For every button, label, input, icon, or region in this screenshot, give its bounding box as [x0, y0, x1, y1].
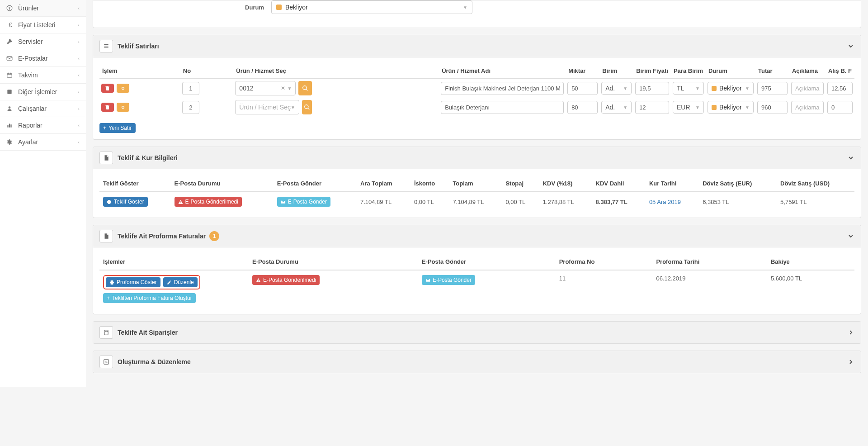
chevron-left-icon: ‹: [78, 89, 80, 95]
proforma-tarihi: 06.12.2019: [652, 270, 767, 308]
product-search-button[interactable]: [302, 100, 312, 114]
product-placeholder: Ürün / Hizmet Seç: [239, 104, 291, 111]
product-name-input[interactable]: [441, 82, 564, 95]
calculator-icon: [99, 326, 113, 339]
sidebar-item-epostalar[interactable]: E-Postalar ‹: [0, 50, 86, 67]
kur-tarihi-link[interactable]: 05 Ara 2019: [649, 199, 681, 205]
email-send-button[interactable]: E-Posta Gönder: [422, 275, 475, 285]
sidebar-item-servisler[interactable]: Servisler ‹: [0, 33, 86, 50]
unit-select[interactable]: Ad. ▼: [601, 101, 632, 114]
highlighted-actions: Proforma Göster Düzenle: [103, 275, 200, 289]
th-islem: İşlem: [99, 64, 180, 78]
status-row: Durum Bekliyor ▼: [99, 0, 854, 14]
unit-price-input[interactable]: [635, 82, 669, 95]
chevron-left-icon: ‹: [78, 123, 80, 128]
panel-header[interactable]: Oluşturma & Düzenleme: [93, 351, 861, 373]
chevron-left-icon: ‹: [78, 22, 80, 28]
chevron-down-icon[interactable]: [847, 43, 854, 50]
svg-point-13: [305, 105, 308, 109]
description-input[interactable]: [791, 82, 824, 95]
sidebar-item-urunler[interactable]: Ürünler ‹: [0, 0, 86, 17]
chevron-right-icon[interactable]: [847, 329, 854, 336]
product-code: 0012: [239, 85, 279, 92]
chevron-right-icon[interactable]: [847, 358, 854, 365]
currency-select[interactable]: EUR ▼: [673, 101, 704, 114]
unit-select[interactable]: Ad. ▼: [601, 82, 632, 95]
panel-header[interactable]: Teklife Ait Siparişler: [93, 322, 861, 343]
panel-siparisler: Teklife Ait Siparişler: [93, 321, 861, 344]
proforma-no: 11: [556, 270, 653, 308]
proforma-table: İşlemler E-Posta Durumu E-Posta Gönder P…: [99, 254, 854, 308]
email-send-button[interactable]: E-Posta Gönder: [277, 197, 330, 207]
row-status-select[interactable]: Bekliyor ▼: [708, 82, 754, 95]
chevron-down-icon: ▼: [695, 105, 700, 110]
envelope-icon: [425, 278, 430, 283]
amount-input[interactable]: [757, 82, 788, 95]
panel-title: Teklife Ait Siparişler: [118, 329, 178, 336]
toplam: 7.104,89 TL: [449, 192, 502, 211]
chevron-down-icon[interactable]: [847, 154, 854, 161]
warning-icon: [178, 199, 183, 204]
description-input[interactable]: [791, 101, 824, 114]
sidebar-item-raporlar[interactable]: Raporlar ‹: [0, 117, 86, 134]
proforma-goster-button[interactable]: Proforma Göster: [106, 277, 160, 287]
top-form-panel: Durum Bekliyor ▼: [93, 0, 861, 28]
buy-price-input[interactable]: [827, 82, 853, 95]
row-status-select[interactable]: Bekliyor ▼: [708, 101, 754, 114]
th: E-Posta Durumu: [171, 176, 274, 192]
status-select[interactable]: Bekliyor ▼: [271, 0, 472, 14]
row-no-input[interactable]: [182, 101, 199, 114]
sidebar-label: E-Postalar: [18, 55, 47, 62]
product-search-button[interactable]: [298, 81, 312, 95]
sidebar-item-fiyat-listeleri[interactable]: € Fiyat Listeleri ‹: [0, 17, 86, 33]
sidebar-item-ayarlar[interactable]: Ayarlar ‹: [0, 134, 86, 151]
chevron-down-icon: ▼: [287, 86, 292, 91]
duzenle-button[interactable]: Düzenle: [163, 277, 198, 287]
currency-select[interactable]: TL ▼: [673, 82, 704, 95]
th: İskonto: [410, 176, 449, 192]
envelope-icon: [6, 55, 14, 62]
file-icon: [99, 152, 113, 164]
th: Bakiye: [767, 254, 854, 270]
th-birim: Birim: [599, 64, 633, 78]
product-select[interactable]: Ürün / Hizmet Seç ▼: [235, 100, 299, 114]
panel-body: Teklif Göster E-Posta Durumu E-Posta Gön…: [93, 169, 861, 218]
svg-point-12: [122, 106, 124, 109]
quantity-input[interactable]: [567, 82, 598, 95]
reset-row-button[interactable]: [117, 84, 129, 93]
status-color-icon: [712, 86, 717, 91]
question-circle-icon: [6, 5, 14, 11]
svg-point-1: [9, 9, 10, 10]
chevron-down-icon[interactable]: [847, 232, 854, 240]
chevron-down-icon: ▼: [623, 86, 627, 91]
sidebar-item-takvim[interactable]: Takvim ‹: [0, 67, 86, 84]
panel-title: Teklife Ait Proforma Faturalar: [118, 232, 206, 240]
clear-icon[interactable]: ✕: [281, 85, 285, 91]
delete-row-button[interactable]: [101, 103, 114, 112]
th: Döviz Satış (USD): [777, 176, 854, 192]
th: Stopaj: [502, 176, 539, 192]
unit-price-input[interactable]: [635, 101, 669, 114]
euro-icon: €: [6, 21, 14, 28]
add-row-button[interactable]: + Yeni Satır: [99, 123, 136, 133]
file-icon: [99, 230, 113, 242]
chevron-down-icon: ▼: [463, 5, 467, 10]
teklif-goster-button[interactable]: Teklif Göster: [103, 197, 148, 207]
product-name-input[interactable]: [441, 101, 564, 114]
svg-point-11: [303, 86, 307, 90]
status-color-icon: [712, 105, 717, 110]
wrench-icon: [6, 38, 14, 45]
iskonto: 0,00 TL: [410, 192, 449, 211]
sidebar-item-calisanlar[interactable]: Çalışanlar ‹: [0, 100, 86, 117]
buy-price-input[interactable]: [827, 101, 853, 114]
product-select[interactable]: 0012 ✕ ▼: [235, 81, 296, 95]
sidebar-item-diger-islemler[interactable]: Diğer İşlemler ‹: [0, 84, 86, 100]
th: E-Posta Durumu: [249, 254, 418, 270]
delete-row-button[interactable]: [101, 84, 114, 93]
quantity-input[interactable]: [567, 101, 598, 114]
reset-row-button[interactable]: [117, 103, 129, 112]
create-proforma-button[interactable]: + Tekliften Proforma Fatura Oluştur: [103, 293, 196, 303]
row-no-input[interactable]: [182, 82, 199, 95]
warning-icon: [256, 278, 261, 283]
amount-input[interactable]: [757, 101, 788, 114]
